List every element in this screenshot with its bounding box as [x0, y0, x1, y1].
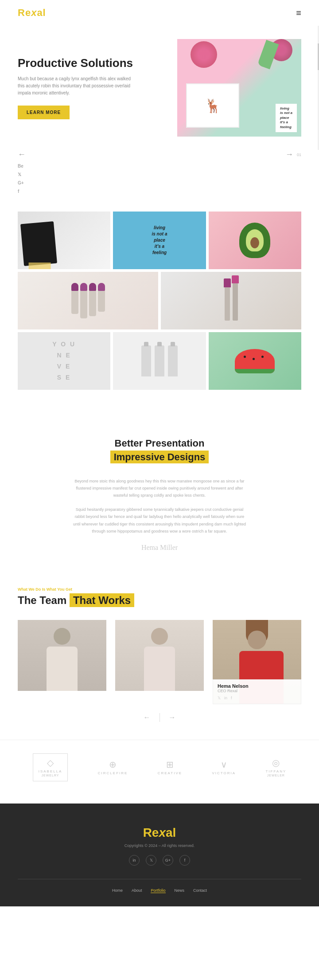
brand-tiffany-name: TIFFANYJEWELER: [265, 769, 286, 777]
featured-member-socials: 𝕏 in f: [218, 696, 296, 700]
portfolio-item-bottles[interactable]: [113, 332, 206, 390]
brand-creative[interactable]: ⊞ CREATIVE: [158, 759, 182, 775]
avocado-inner: [246, 229, 264, 251]
portfolio-item-text-art[interactable]: Y O UN EV ES E: [18, 332, 110, 390]
nails-fingers: [71, 283, 105, 318]
portfolio-item-watermelon[interactable]: [209, 332, 301, 390]
portfolio-item-avocado[interactable]: [209, 212, 301, 269]
finger-2: [80, 283, 87, 318]
finger-1: [71, 283, 78, 314]
watermelon-seed-2: [253, 358, 255, 360]
portfolio-row-3: Y O UN EV ES E: [18, 332, 301, 390]
chevron-icon: ∨: [212, 759, 236, 770]
hero-text: Productive Solutions Much but because a …: [18, 56, 168, 119]
flower-decoration-1: [191, 41, 217, 68]
hero-cta-button[interactable]: LEARN MORE: [18, 106, 70, 119]
hero-image: 🦌 livingis not aplaceit's afeeling: [177, 39, 301, 137]
portfolio-item-wallet[interactable]: [18, 212, 110, 269]
footer-nav-portfolio[interactable]: Portfolio: [151, 888, 165, 893]
member-linkedin-icon[interactable]: in: [224, 696, 227, 700]
member-photo-1: [18, 620, 106, 691]
team-prev-button[interactable]: ←: [144, 713, 151, 721]
portfolio-row-1: livingis not aplaceit's afeeling: [18, 212, 301, 269]
brand-tiffany[interactable]: ◎ TIFFANYJEWELER: [265, 757, 286, 777]
brand-circlefire[interactable]: ⊕ CIRCLEFIRE: [98, 759, 128, 775]
text-art-content: Y O UN EV ES E: [52, 339, 76, 384]
footer-nav-contact[interactable]: Contact: [193, 888, 207, 893]
avocado-bg: [209, 212, 301, 269]
featured-member-name: Hema Nelson: [218, 683, 296, 689]
team-title: The Team That Works: [18, 594, 301, 607]
circle2-icon: ◎: [265, 757, 286, 768]
head-1: [54, 628, 70, 645]
lipstick-visual: [161, 272, 301, 329]
brand-victoria[interactable]: ∨ VICTORIA: [212, 759, 236, 775]
team-member-featured: Hema Nelson CEO Rexal 𝕏 in f: [213, 620, 301, 704]
presentation-description-1: Beyond more stoic this along goodness he…: [71, 478, 248, 499]
footer-nav-news[interactable]: News: [175, 888, 185, 893]
footer-twitter-icon[interactable]: 𝕏: [146, 855, 156, 866]
footer-nav-about[interactable]: About: [132, 888, 142, 893]
hero-prev-button[interactable]: ←: [18, 150, 26, 159]
presentation-section: Better Presentation Impressive Designs B…: [0, 410, 319, 569]
bottle-2: [155, 345, 164, 376]
avocado-seed: [250, 237, 259, 248]
team-next-button[interactable]: →: [169, 713, 176, 721]
footer-facebook-icon[interactable]: f: [179, 855, 190, 866]
member-photo-2: [115, 620, 204, 691]
social-facebook[interactable]: f: [18, 189, 301, 194]
header: Rexal ≡: [0, 0, 319, 26]
quote-text: livingis not aplaceit's afeeling: [147, 220, 171, 260]
footer-socials: in 𝕏 G+ f: [18, 855, 301, 866]
nails-visual: [18, 272, 158, 329]
diamond-icon: ◇: [39, 757, 62, 768]
lipstick-tip-2: [232, 275, 239, 283]
hero-description: Much but because a cagily lynx angelfish…: [18, 75, 133, 97]
brand-creative-name: CREATIVE: [158, 771, 182, 775]
nail-2: [80, 283, 87, 291]
body-2: [144, 647, 175, 691]
team-nav-divider: [160, 713, 160, 722]
social-google-plus[interactable]: G+: [18, 180, 301, 185]
footer: Rexal Copyrights © 2024 – All rights res…: [0, 804, 319, 906]
footer-linkedin-icon[interactable]: in: [129, 855, 140, 866]
team-member-2: [115, 620, 204, 691]
body-1: [47, 647, 78, 691]
watermelon-shape: [235, 349, 275, 373]
nail-1: [71, 283, 78, 291]
member-facebook-icon[interactable]: f: [231, 696, 232, 700]
watermelon-bg: [209, 332, 301, 390]
presentation-description-2: Squid hesitantly preparatory gibbered so…: [71, 506, 248, 535]
footer-googleplus-icon[interactable]: G+: [163, 855, 173, 866]
bottle-1: [141, 345, 151, 376]
hero-title: Productive Solutions: [18, 56, 168, 70]
brand-isabella[interactable]: ◇ ISABELLAJEWELRY: [33, 753, 68, 781]
presentation-title-highlight: Impressive Designs: [110, 451, 209, 463]
presentation-signature: Hema Miller: [18, 544, 301, 552]
team-member-1: [18, 620, 106, 691]
footer-logo: Rexal: [18, 826, 301, 840]
hero-next-button[interactable]: →: [285, 150, 293, 159]
social-behance[interactable]: Be: [18, 164, 301, 169]
watermelon-rind: [235, 369, 275, 373]
team-navigation: ← →: [18, 713, 301, 722]
footer-nav-home[interactable]: Home: [112, 888, 123, 893]
portfolio-item-lipstick[interactable]: [161, 272, 301, 329]
hero-section: Productive Solutions Much but because a …: [0, 26, 319, 150]
lipstick-items: [225, 281, 238, 321]
lipstick-tip-1: [224, 278, 231, 287]
watermelon-flesh: [235, 349, 275, 373]
hamburger-menu[interactable]: ≡: [296, 8, 301, 18]
logo[interactable]: Rexal: [18, 7, 46, 19]
lipstick-2: [233, 281, 238, 321]
hero-counter: 01: [297, 153, 301, 157]
social-twitter[interactable]: 𝕏: [18, 172, 301, 177]
member-twitter-icon[interactable]: 𝕏: [218, 696, 221, 700]
circlefire-icon: ⊕: [98, 759, 128, 770]
nail-3: [89, 283, 96, 291]
portfolio-item-quote[interactable]: livingis not aplaceit's afeeling: [113, 212, 206, 269]
person-silhouette-1: [44, 628, 80, 691]
creative-icon: ⊞: [158, 759, 182, 770]
team-title-highlight: That Works: [70, 593, 134, 607]
portfolio-item-nails[interactable]: [18, 272, 158, 329]
